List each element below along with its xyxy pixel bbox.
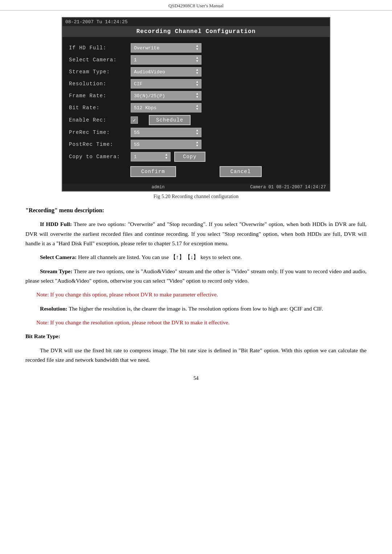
- dvr-prerec-spinner: ▲▼: [196, 129, 198, 136]
- dvr-resolution-row: Resolution: CIF ▲▼: [69, 79, 323, 89]
- dvr-stream-type-spinner: ▲▼: [196, 69, 198, 75]
- select-camera-para: Select Camera: Here all channels are lis…: [25, 253, 367, 262]
- dvr-copy-to-camera-row: Copy to Camera: 1 ▲▼ Copy: [69, 152, 323, 162]
- dvr-bit-rate-row: Bit Rate: 512 Kbps ▲▼: [69, 103, 323, 112]
- resolution-inline-body: The higher the resolution is, the cleare…: [69, 305, 323, 312]
- dvr-stream-type-row: Stream Type: Audio&Video ▲▼: [69, 67, 323, 77]
- dvr-schedule-button[interactable]: Schedule: [149, 115, 191, 125]
- dvr-hd-full-spinner: ▲▼: [196, 45, 198, 51]
- dvr-select-camera-select[interactable]: 1 ▲▼: [131, 55, 201, 65]
- dvr-screenshot: 08-21-2007 Tu 14:24:25 Recording Channel…: [62, 17, 330, 192]
- dvr-stream-type-label: Stream Type:: [69, 69, 131, 75]
- dvr-bit-rate-select[interactable]: 512 Kbps ▲▼: [131, 103, 201, 112]
- fig-caption: Fig 5.20 Recording channel configuration: [0, 194, 392, 200]
- dvr-copy-to-camera-label: Copy to Camera:: [69, 154, 131, 160]
- resolution-para: Resolution: The higher the resolution is…: [25, 304, 367, 313]
- dvr-cancel-button[interactable]: Cancel: [220, 166, 262, 177]
- bit-rate-para: The DVR will use the fixed bit rate to c…: [25, 346, 367, 365]
- dvr-prerec-select[interactable]: 5S ▲▼: [131, 128, 201, 137]
- stream-type-note: Note: If you change this option, please …: [36, 290, 367, 299]
- bit-rate-title: Bit Rate Type:: [25, 333, 60, 339]
- dvr-select-camera-row: Select Camera: 1 ▲▼: [69, 55, 323, 65]
- dvr-select-camera-label: Select Camera:: [69, 57, 131, 63]
- recording-desc-title: "Recording" menu description:: [25, 205, 367, 215]
- dvr-postrec-value: 5S: [134, 142, 140, 147]
- dvr-postrec-select[interactable]: 5S ▲▼: [131, 140, 201, 149]
- dvr-resolution-spinner: ▲▼: [196, 81, 198, 87]
- dvr-prerec-value: 5S: [134, 130, 140, 135]
- dvr-statusbar-center: admin: [152, 185, 165, 190]
- dvr-statusbar: admin Camera 01 08-21-2007 14:24:27: [62, 184, 330, 191]
- dvr-topbar-datetime: 08-21-2007 Tu 14:24:25: [65, 19, 128, 25]
- dvr-topbar: 08-21-2007 Tu 14:24:25: [62, 18, 330, 26]
- doc-body: "Recording" menu description: If HDD Ful…: [0, 205, 392, 365]
- stream-type-para: Stream Type: There are two options, one …: [25, 267, 367, 286]
- dvr-postrec-row: PostRec Time: 5S ▲▼: [69, 140, 323, 149]
- bit-rate-section: Bit Rate Type:: [25, 332, 367, 341]
- dvr-postrec-label: PostRec Time:: [69, 141, 131, 147]
- dvr-title-bar: Recording Channel Configuration: [62, 26, 330, 37]
- select-camera-inline-body: Here all channels are listed. You can us…: [78, 254, 242, 260]
- dvr-enable-rec-label: Enable Rec:: [69, 117, 131, 123]
- hd-full-para: If HDD Full: There are two options: "Ove…: [25, 219, 367, 248]
- dvr-stream-type-select[interactable]: Audio&Video ▲▼: [131, 67, 201, 77]
- stream-type-inline-body: There are two options, one is "Audio&Vid…: [25, 268, 367, 284]
- dvr-enable-rec-row: Enable Rec: ✓ Schedule: [69, 115, 323, 125]
- dvr-postrec-spinner: ▲▼: [196, 141, 198, 148]
- page-top-label: QSD42908C8 User's Manual: [0, 0, 392, 11]
- dvr-statusbar-right: Camera 01 08-21-2007 14:24:27: [250, 185, 326, 190]
- dvr-resolution-select[interactable]: CIF ▲▼: [131, 79, 201, 89]
- resolution-inline-title: Resolution:: [40, 305, 68, 312]
- dvr-hd-full-label: If HD Full:: [69, 45, 131, 51]
- dvr-frame-rate-spinner: ▲▼: [196, 93, 198, 99]
- dvr-hd-full-row: If HD Full: Overwrite ▲▼: [69, 43, 323, 53]
- dvr-prerec-row: PreRec Time: 5S ▲▼: [69, 128, 323, 137]
- dvr-frame-rate-value: 30(N)/25(P): [134, 93, 165, 99]
- dvr-copy-button[interactable]: Copy: [174, 152, 205, 162]
- dvr-resolution-value: CIF: [134, 81, 142, 87]
- dvr-copy-to-camera-select[interactable]: 1 ▲▼: [131, 152, 171, 161]
- select-camera-inline-title: Select Camera:: [40, 254, 77, 260]
- hd-full-inline-body: There are two options: "Overwrite" and "…: [25, 221, 367, 246]
- dvr-bit-rate-value: 512 Kbps: [134, 105, 156, 111]
- page-number: 54: [0, 376, 392, 385]
- dvr-resolution-label: Resolution:: [69, 81, 131, 87]
- dvr-stream-type-value: Audio&Video: [134, 69, 165, 75]
- dvr-hd-full-select[interactable]: Overwrite ▲▼: [131, 43, 201, 53]
- dvr-bit-rate-label: Bit Rate:: [69, 105, 131, 111]
- dvr-copy-to-camera-value: 1: [134, 154, 137, 160]
- dvr-frame-rate-select[interactable]: 30(N)/25(P) ▲▼: [131, 91, 201, 100]
- dvr-copy-to-spinner: ▲▼: [166, 153, 167, 160]
- dvr-select-camera-spinner: ▲▼: [196, 57, 198, 63]
- dvr-confirm-button[interactable]: Confirm: [130, 166, 176, 177]
- dvr-bit-rate-spinner: ▲▼: [196, 104, 198, 111]
- dvr-bottom-buttons: Confirm Cancel: [69, 166, 323, 179]
- dvr-frame-rate-row: Frame Rate: 30(N)/25(P) ▲▼: [69, 91, 323, 100]
- resolution-note: Note: If you change the resolution optio…: [36, 318, 367, 327]
- stream-type-inline-title: Stream Type:: [40, 268, 72, 274]
- dvr-enable-rec-area: ✓ Schedule: [131, 115, 191, 125]
- dvr-hd-full-value: Overwrite: [134, 45, 159, 51]
- dvr-enable-rec-checkbox[interactable]: ✓: [131, 116, 138, 124]
- dvr-body: If HD Full: Overwrite ▲▼ Select Camera: …: [62, 37, 330, 184]
- hd-full-inline-title: If HDD Full:: [40, 221, 72, 227]
- dvr-prerec-label: PreRec Time:: [69, 130, 131, 135]
- dvr-select-camera-value: 1: [134, 57, 137, 63]
- dvr-frame-rate-label: Frame Rate:: [69, 93, 131, 99]
